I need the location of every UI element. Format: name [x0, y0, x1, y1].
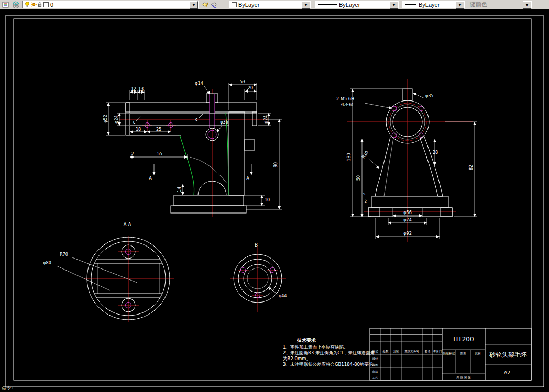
- plotstyle-dropdown[interactable]: 随颜色 ▼: [468, 1, 532, 8]
- dim-label: 14: [177, 187, 182, 192]
- cell-label: 阶段标记: [443, 352, 455, 355]
- lineweight-dropdown[interactable]: ByLayer ▼: [402, 1, 465, 8]
- drawing-svg: 12 13 53 20 φ14 φ52: [0, 9, 549, 392]
- dropdown-arrow-icon[interactable]: ▼: [190, 1, 198, 9]
- dim-label: φ80: [43, 261, 51, 265]
- dim-label: 20: [248, 86, 253, 91]
- material-spec: HT200: [453, 335, 474, 343]
- tech-req-line: 为R2.0mm。: [283, 356, 311, 361]
- dim-label: φ56: [403, 210, 411, 215]
- layers-button[interactable]: [11, 1, 20, 9]
- drawing-canvas[interactable]: 12 13 53 20 φ14 φ52: [0, 9, 549, 392]
- cell-label: 年月日: [433, 350, 442, 353]
- side-view: 130 50 82 28 φ56 φ74: [336, 79, 477, 242]
- view-b-centerlines: [230, 247, 286, 312]
- cell-label: 审核: [372, 370, 379, 373]
- bolt-hole: [392, 106, 397, 111]
- dim-label: φ35: [425, 94, 433, 98]
- dim-label: R70: [60, 252, 68, 257]
- tech-req-line: 2、未注圆角R3 未注倒角为C1，未注铸造圆角: [283, 350, 375, 355]
- dim-label: 25: [156, 127, 161, 132]
- properties-toolbar: 0 ▼ ByLayer ▼ ByLayer ▼: [0, 0, 549, 9]
- dropdown-arrow-icon[interactable]: ▼: [523, 1, 531, 9]
- tech-requirements: 技术要求 1、零件加工表面上不应有缺陷。 2、未注圆角R3 未注倒角为C1，未注…: [283, 338, 378, 367]
- dim-label: 12: [131, 87, 136, 92]
- section-a-view: A-A R70 φ80: [43, 222, 174, 322]
- rib-section: [229, 112, 245, 195]
- thread-note: 2-M5-6H: [336, 97, 354, 102]
- view-title: A-A: [123, 222, 131, 227]
- color-chip: [232, 2, 237, 7]
- linetype-dropdown[interactable]: ByLayer ▼: [315, 1, 399, 8]
- dim-label: 82: [469, 165, 474, 170]
- dim-label: φ92: [403, 231, 411, 236]
- linetype-preview: [318, 4, 337, 5]
- rib-band-section: [420, 136, 443, 196]
- cell-label: 工艺: [372, 376, 379, 379]
- lineweight-preview: [405, 4, 416, 5]
- layer-properties-icon: [2, 1, 9, 8]
- cell-label: 设计: [372, 357, 379, 360]
- layers-icon: [12, 1, 19, 8]
- tech-req-title: 技术要求: [297, 338, 316, 343]
- cell-label: 质量: [460, 352, 467, 355]
- cell-label: 制图: [372, 363, 378, 367]
- layer-properties-button[interactable]: [1, 1, 10, 9]
- section-label: A: [149, 176, 152, 181]
- dim-label: φ24: [114, 115, 119, 123]
- cell-label: 签名: [425, 350, 431, 353]
- cell-label: 处数: [383, 350, 389, 353]
- arm-left-cap: [126, 103, 130, 135]
- view-b: B φ44: [230, 242, 287, 312]
- front-view: 12 13 53 20 φ14 φ52: [103, 80, 282, 217]
- layer-previous-button[interactable]: [210, 1, 218, 9]
- rib-step-section: [245, 139, 254, 151]
- dim-label: φ36: [220, 120, 228, 125]
- layer-thaw-sun-icon: [30, 2, 37, 8]
- title-block-labels: 标记 处数 分区 更改文件号 签名 年月日 设计 制图 审核 工艺 阶段标记 质…: [372, 350, 481, 379]
- front-centerlines: [119, 89, 265, 217]
- sheet-size: A2: [504, 370, 510, 375]
- base-section: [372, 196, 448, 208]
- dim-label: 10: [265, 198, 270, 203]
- layer-on-bulb-icon: [24, 2, 30, 8]
- make-layer-current-icon: [201, 1, 208, 8]
- thread-note: 孔不钻: [341, 102, 353, 107]
- command-line[interactable]: 命令:: [2, 385, 14, 391]
- view-b-labels: B φ44: [255, 242, 287, 298]
- dropdown-arrow-icon[interactable]: ▼: [456, 1, 464, 9]
- dim-label: φ14: [195, 81, 203, 86]
- dim-label: φ74: [403, 218, 411, 222]
- arm-section: [126, 103, 257, 112]
- color-dropdown[interactable]: ByLayer ▼: [229, 1, 311, 8]
- dropdown-arrow-icon[interactable]: ▼: [390, 1, 398, 9]
- section-label: A: [246, 176, 250, 181]
- title-block-grid: [370, 328, 442, 380]
- make-object-layer-current-button[interactable]: [200, 1, 209, 9]
- view-title: B: [255, 242, 258, 248]
- layer-name: 0: [50, 2, 53, 8]
- cell-label: 共 张 第 张: [456, 376, 471, 379]
- plotstyle-value: 随颜色: [470, 1, 487, 8]
- base-section: [174, 195, 244, 206]
- tech-req-line: 3、未注明形状公差应符合GB1184-80的要求。: [283, 362, 378, 367]
- linetype-value: ByLayer: [339, 2, 360, 8]
- cell-label: 比例: [475, 352, 481, 355]
- part-name: 砂轮头架毛坯: [489, 351, 527, 359]
- dim-label: φ52: [103, 115, 108, 122]
- dim-label: 130: [347, 153, 352, 161]
- dim-label: 50: [356, 175, 361, 181]
- dim-label: 2: [365, 199, 367, 204]
- cell-label: 更改文件号: [404, 350, 419, 353]
- layer-unlock-icon: [37, 2, 43, 8]
- layer-dropdown[interactable]: 0 ▼: [22, 1, 199, 8]
- dim-label: 55: [157, 152, 162, 156]
- dropdown-arrow-icon[interactable]: ▼: [302, 1, 310, 9]
- layer-previous-icon: [211, 1, 218, 8]
- base-plate: [171, 206, 246, 213]
- cell-label: 标记: [372, 350, 379, 353]
- chamfer-label: c: [195, 117, 197, 122]
- dim-label: 2: [131, 152, 134, 156]
- tech-req-line: 1、零件加工表面上不应有缺陷。: [283, 344, 348, 350]
- sheet-border: [5, 16, 544, 387]
